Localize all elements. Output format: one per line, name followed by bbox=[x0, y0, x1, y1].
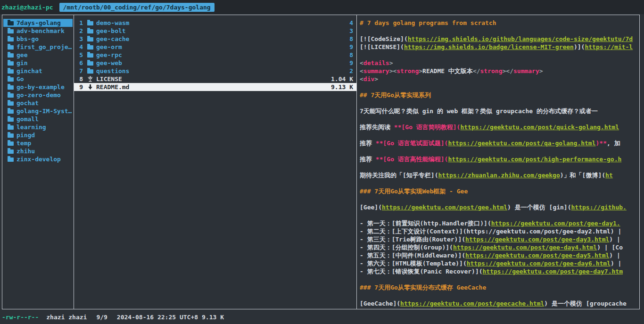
sidebar-item-go[interactable]: Go bbox=[3, 75, 73, 83]
file-row-gee-orm[interactable]: 4gee-orm9 bbox=[74, 43, 356, 51]
sidebar-item-go-zero-demo[interactable]: go-zero-demo bbox=[3, 91, 73, 99]
sidebar-item-bbs-go[interactable]: bbs-go bbox=[3, 35, 73, 43]
file-name: gee-cache bbox=[96, 35, 349, 42]
plain-text: 推荐先阅读 bbox=[360, 124, 394, 131]
plain-text: - 第七天：[错误恢复(Panic Recover)]( bbox=[360, 268, 483, 275]
file-name: README.md bbox=[96, 83, 331, 91]
file-line-number: 4 bbox=[79, 43, 83, 50]
file-row-license[interactable]: 8LICENSE1.04 K bbox=[74, 75, 356, 83]
folder-icon bbox=[87, 45, 93, 50]
sidebar-item-adv-benchmark[interactable]: adv-benchmark bbox=[3, 27, 73, 35]
sidebar-item-gochat[interactable]: gochat bbox=[3, 99, 73, 107]
current-path-chip[interactable]: /mnt/rootb/00_coding/ref/go/7days-golang bbox=[59, 3, 215, 12]
sidebar-item-learning[interactable]: learning bbox=[3, 123, 73, 131]
sidebar-item-gee[interactable]: gee bbox=[3, 51, 73, 59]
preview-line: - 第四天：[分组控制(Group)](https://geektutu.com… bbox=[360, 243, 639, 251]
sidebar-item-gin[interactable]: gin bbox=[3, 59, 73, 67]
markup-text: strong bbox=[480, 67, 503, 75]
preview-line: - 第七天：[错误恢复(Panic Recover)](https://geek… bbox=[360, 267, 639, 275]
sidebar-item-golang-im-syst-[interactable]: golang-IM-Syst… bbox=[3, 107, 73, 115]
preview-line: [Gee](https://geektutu.com/post/gee.html… bbox=[360, 203, 639, 211]
sidebar-item-label: zhihu bbox=[17, 148, 35, 155]
preview-line: 推荐先阅读 **[Go 语言简明教程](https://geektutu.com… bbox=[360, 123, 639, 131]
preview-line: 期待关注我的「[知乎专栏](https://zhuanlan.zhihu.com… bbox=[360, 171, 639, 179]
modified-timestamp: 2024-08-16 22:25 UTC+8 bbox=[117, 314, 198, 321]
sidebar-item-7days-golang[interactable]: 7days-golang bbox=[3, 19, 73, 27]
top-bar: zhazi@zhazi-pc /mnt/rootb/00_coding/ref/… bbox=[0, 0, 644, 14]
folder-icon bbox=[8, 29, 14, 33]
file-name: gee-web bbox=[96, 59, 349, 66]
file-line-number: 7 bbox=[79, 67, 83, 75]
folder-icon bbox=[8, 117, 14, 122]
file-size-or-count: 9.13 K bbox=[331, 83, 353, 91]
url-text: ht bbox=[605, 172, 613, 179]
punct-text: > bbox=[389, 59, 393, 66]
sidebar-item-gomall[interactable]: gomall bbox=[3, 115, 73, 123]
markup-text: summary bbox=[513, 67, 539, 75]
file-row-gee-bolt[interactable]: 2gee-bolt3 bbox=[74, 27, 356, 35]
markup-text: summary bbox=[363, 67, 389, 75]
file-row-gee-rpc[interactable]: 5gee-rpc8 bbox=[74, 51, 356, 59]
url-text: https://geektutu.com/post/gee-day6.html bbox=[467, 260, 611, 267]
sidebar-item-go-by-example[interactable]: go-by-example bbox=[3, 83, 73, 91]
sidebar-item-label: gochat bbox=[17, 100, 39, 107]
plain-text: ) | bbox=[609, 236, 620, 243]
preview-line: - 第一天：[前置知识(http.Handler接口)](https://gee… bbox=[360, 219, 639, 227]
sidebar-item-zinx-develop[interactable]: zinx-develop bbox=[3, 155, 73, 163]
preview-line: - 第五天：[中间件(Middleware)](https://geektutu… bbox=[360, 251, 639, 259]
file-name: demo-wasm bbox=[96, 19, 349, 26]
file-line-number: 2 bbox=[79, 27, 83, 34]
markup-text: div bbox=[363, 75, 374, 83]
preview-line bbox=[360, 179, 639, 187]
folder-icon bbox=[87, 37, 93, 42]
file-row-demo-wasm[interactable]: 1demo-wasm4 bbox=[74, 19, 356, 27]
license-scales-icon bbox=[87, 76, 93, 82]
punct-text: </ bbox=[473, 67, 480, 75]
markdown-arrow-icon bbox=[87, 84, 93, 90]
url-text: https://github. bbox=[571, 204, 627, 211]
sidebar-item-first-go-proje-[interactable]: first_go_proje… bbox=[3, 43, 73, 51]
preview-line bbox=[360, 195, 639, 203]
punct-text: < bbox=[360, 67, 363, 75]
plain-text: - 第一天：[前置知识(http.Handler接口)]( bbox=[360, 220, 491, 227]
folder-icon bbox=[8, 158, 14, 162]
sidebar-list: 7days-golangadv-benchmarkbbs-gofirst_go_… bbox=[2, 19, 74, 163]
sidebar-item-zhihu[interactable]: zhihu bbox=[3, 147, 73, 155]
preview-line bbox=[360, 83, 639, 91]
plain-text: - 第六天：[HTML模板(Template)]( bbox=[360, 260, 467, 267]
file-row-gee-cache[interactable]: 3gee-cache8 bbox=[74, 35, 356, 43]
file-size-or-count: 4 bbox=[349, 19, 353, 26]
file-row-readme-md[interactable]: 9README.md9.13 K bbox=[74, 83, 356, 91]
plain-text: [Gee]( bbox=[360, 204, 382, 211]
folder-icon bbox=[8, 133, 14, 138]
sidebar-item-temp[interactable]: temp bbox=[3, 139, 73, 147]
preview-line: <details> bbox=[360, 59, 639, 67]
sidebar-item-label: bbs-go bbox=[17, 35, 39, 42]
file-row-gee-web[interactable]: 6gee-web9 bbox=[74, 59, 356, 67]
file-size-or-count: 8 bbox=[349, 35, 353, 42]
url-text: https://geektutu.com/post/high-performan… bbox=[448, 156, 621, 163]
folder-icon bbox=[8, 141, 14, 146]
file-name: questions bbox=[96, 67, 349, 75]
plain-text: )」和「[微博]( bbox=[560, 172, 605, 179]
sidebar-item-pingd[interactable]: pingd bbox=[3, 131, 73, 139]
sidebar-item-label: ginchat bbox=[17, 67, 42, 75]
sidebar-item-label: zinx-develop bbox=[17, 156, 61, 163]
preview-line bbox=[360, 147, 639, 155]
plain-text: 期待关注我的「[知乎专栏]( bbox=[360, 172, 438, 179]
file-row-questions[interactable]: 7questions2 bbox=[74, 67, 356, 75]
folder-icon bbox=[8, 69, 14, 74]
sidebar-item-label: pingd bbox=[17, 132, 35, 139]
sidebar-item-ginchat[interactable]: ginchat bbox=[3, 67, 73, 75]
preview-line bbox=[360, 211, 639, 219]
plain-text: [![LICENSE]( bbox=[360, 43, 404, 50]
url-text: https://geektutu.com/post/gee-day3.html bbox=[465, 236, 609, 243]
folder-icon bbox=[8, 37, 14, 42]
preview-line: 7天能写什么呢？类似 gin 的 web 框架？类似 groupcache 的分… bbox=[360, 107, 639, 115]
plain-text: - 第二天：[上下文设计(Context)](https://geektutu.… bbox=[360, 228, 621, 235]
folder-icon bbox=[8, 61, 14, 66]
file-name: gee-rpc bbox=[96, 51, 349, 58]
preview-pane[interactable]: # 7 days golang programs from scratch[![… bbox=[357, 15, 639, 309]
preview-line bbox=[360, 27, 639, 35]
plain-text: - 第四天：[分组控制(Group)]( bbox=[360, 244, 453, 251]
